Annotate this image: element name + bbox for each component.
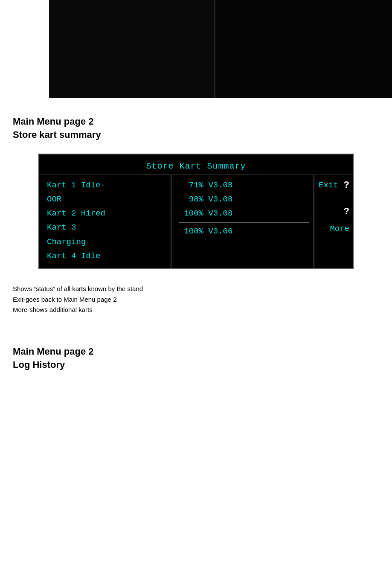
- question-button-1[interactable]: ?: [344, 180, 349, 191]
- battery-2: 100% V3.08: [179, 207, 309, 221]
- kart-label-0: Kart 1 Idle-: [47, 178, 166, 192]
- more-row: More: [319, 222, 349, 236]
- section1-title-line1: Main Menu page 2: [13, 115, 392, 128]
- kart-label-3: Kart 3: [47, 221, 166, 235]
- action-group: Exit ? ? More: [319, 178, 349, 265]
- battery-1: 98% V3.08: [179, 192, 309, 207]
- exit-button[interactable]: Exit: [319, 178, 338, 192]
- spacer-1: [319, 192, 349, 207]
- more-divider: [319, 220, 349, 220]
- top-image-area: [49, 0, 392, 98]
- desc-line3: More-shows additional karts: [13, 305, 379, 315]
- action-pane: Exit ? ? More: [314, 175, 353, 268]
- battery-pane: 71% V3.08 98% V3.08 100% V3.08 100% V3.0…: [171, 175, 314, 268]
- section1-title: Main Menu page 2 Store kart summary: [0, 98, 392, 149]
- description-block: Shows “status” of all karts known by the…: [0, 280, 392, 320]
- image-right: [215, 0, 392, 98]
- kart-label-5: Kart 4 Idle: [47, 249, 166, 263]
- page: Main Menu page 2 Store kart summary Stor…: [0, 0, 392, 376]
- image-left: [49, 0, 215, 98]
- desc-line2: Exit-goes back to Main Menu page 2: [13, 294, 379, 305]
- kart-labels-pane: Kart 1 Idle- OOR Kart 2 Hired Kart 3 Cha…: [39, 175, 171, 268]
- kart-label-1: OOR: [47, 192, 166, 207]
- battery-0: 71% V3.08: [179, 178, 309, 192]
- exit-question-row: Exit ?: [319, 178, 349, 192]
- more-button[interactable]: More: [330, 222, 349, 236]
- section1-title-line2: Store kart summary: [13, 128, 392, 142]
- battery-3: 100% V3.06: [179, 224, 309, 239]
- desc-line1: Shows “status” of all karts known by the…: [13, 284, 379, 294]
- section2-title: Main Menu page 2 Log History: [0, 320, 392, 376]
- kart-label-2: Kart 2 Hired: [47, 207, 166, 221]
- question-row-2: ?: [319, 207, 349, 217]
- kart-label-4: Charging: [47, 235, 166, 249]
- spacer-3: [319, 250, 349, 265]
- question-button-2[interactable]: ?: [344, 207, 349, 217]
- section2-title-line1: Main Menu page 2: [13, 345, 392, 358]
- spacer-2: [319, 236, 349, 250]
- screen-content-row: Kart 1 Idle- OOR Kart 2 Hired Kart 3 Cha…: [39, 175, 353, 268]
- battery-divider: [179, 222, 309, 223]
- section2-title-line2: Log History: [13, 358, 392, 372]
- screen-box: Store Kart Summary Kart 1 Idle- OOR Kart…: [38, 154, 354, 269]
- screen-title: Store Kart Summary: [39, 154, 353, 175]
